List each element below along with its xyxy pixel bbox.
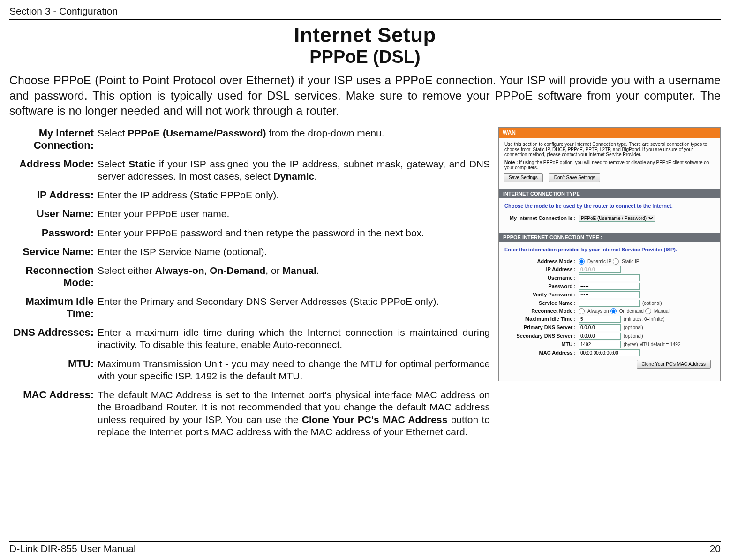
- verify-password-input[interactable]: [579, 291, 640, 298]
- table-row: Reconnection Mode: Select either Always-…: [9, 265, 490, 295]
- text-bold: PPPoE (Username/Password): [128, 128, 266, 138]
- desc-text: Enter the Primary and Secondary DNS Serv…: [98, 295, 490, 326]
- desc-text: Enter your PPPoE password and then retyp…: [98, 227, 490, 246]
- username-input[interactable]: [579, 274, 640, 281]
- form-row: Verify Password :: [504, 291, 715, 298]
- desc-label: User Name:: [9, 208, 98, 227]
- pppoe-desc: Enter the information provided by your I…: [504, 245, 715, 257]
- desc-text: Enter a maximum idle time during which t…: [98, 326, 490, 358]
- mtu-label: MTU :: [504, 341, 579, 347]
- desc-text: Enter your PPPoE user name.: [98, 208, 490, 227]
- section-header: Section 3 - Configuration: [9, 6, 118, 17]
- my-connection-select[interactable]: PPPoE (Username / Password): [579, 215, 655, 222]
- form-row: MTU : (bytes) MTU default = 1492: [504, 341, 715, 348]
- static-ip-option: Static IP: [622, 259, 639, 264]
- mac-address-input[interactable]: [579, 349, 640, 356]
- max-idle-input[interactable]: [579, 316, 621, 323]
- table-row: Maximum Idle Time: Enter the Primary and…: [9, 295, 490, 326]
- optional-label: (optional): [642, 301, 662, 306]
- mtu-input[interactable]: [579, 341, 621, 348]
- desc-text: Select Static if your ISP assigned you t…: [98, 158, 490, 189]
- mac-address-label: MAC Address :: [504, 350, 579, 356]
- note-text: If using the PPPoE option, you will need…: [504, 160, 709, 170]
- form-row: Password :: [504, 283, 715, 290]
- mtu-note: (bytes) MTU default = 1492: [624, 342, 680, 347]
- manual-footer: D-Link DIR-855 User Manual: [9, 543, 136, 554]
- connection-type-bar: INTERNET CONNECTION TYPE: [499, 189, 720, 198]
- page-subtitle: PPPoE (DSL): [9, 47, 721, 67]
- page-title: Internet Setup: [9, 23, 721, 47]
- wan-note: Note : If using the PPPoE option, you wi…: [504, 160, 715, 170]
- service-name-label: Service Name :: [504, 300, 579, 306]
- primary-dns-input[interactable]: [579, 324, 621, 331]
- desc-label: Password:: [9, 227, 98, 246]
- service-name-input[interactable]: [579, 300, 640, 307]
- dynamic-ip-option: Dynamic IP: [587, 259, 611, 264]
- on-demand-radio[interactable]: [610, 308, 617, 314]
- desc-text: Select either Always-on, On-Demand, or M…: [98, 265, 490, 295]
- table-row: MTU: Maximum Transmission Unit - you may…: [9, 358, 490, 389]
- connection-type-desc: Choose the mode to be used by the router…: [504, 201, 715, 213]
- desc-text: Maximum Transmission Unit - you may need…: [98, 358, 490, 389]
- max-idle-label: Maximum Idle Time :: [504, 316, 579, 322]
- secondary-dns-input[interactable]: [579, 333, 621, 340]
- reconnect-mode-label: Reconnect Mode :: [504, 308, 579, 314]
- desc-label: MTU:: [9, 358, 98, 389]
- desc-text: The default MAC Address is set to the In…: [98, 389, 490, 445]
- form-row: Secondary DNS Server : (optional): [504, 333, 715, 340]
- table-row: Address Mode: Select Static if your ISP …: [9, 158, 490, 189]
- idle-note: (minutes, 0=infinite): [624, 317, 665, 322]
- desc-text: Select PPPoE (Username/Password) from th…: [98, 127, 490, 158]
- manual-radio[interactable]: [645, 308, 651, 314]
- page-number: 20: [710, 543, 721, 554]
- static-ip-radio[interactable]: [613, 258, 619, 265]
- dynamic-ip-radio[interactable]: [579, 258, 585, 265]
- desc-label: IP Address:: [9, 189, 98, 208]
- form-row: My Internet Connection is : PPPoE (Usern…: [504, 215, 715, 222]
- address-mode-label: Address Mode :: [504, 258, 579, 264]
- password-label: Password :: [504, 283, 579, 289]
- my-connection-label: My Internet Connection is :: [504, 215, 579, 221]
- desc-text: Enter the ISP Service Name (optional).: [98, 246, 490, 265]
- always-on-option: Always on: [587, 309, 609, 314]
- form-row: Primary DNS Server : (optional): [504, 324, 715, 331]
- desc-label: Address Mode:: [9, 158, 98, 189]
- clone-mac-button[interactable]: Clone Your PC's MAC Address: [637, 360, 711, 369]
- table-row: My Internet Connection: Select PPPoE (Us…: [9, 127, 490, 158]
- ip-address-label: IP Address :: [504, 266, 579, 272]
- table-row: IP Address: Enter the IP address (Static…: [9, 189, 490, 208]
- form-row: MAC Address :: [504, 349, 715, 356]
- note-label: Note :: [504, 160, 518, 165]
- password-input[interactable]: [579, 283, 640, 290]
- ip-address-input[interactable]: [579, 266, 621, 273]
- table-row: MAC Address: The default MAC Address is …: [9, 389, 490, 445]
- username-label: Username :: [504, 275, 579, 280]
- save-settings-button[interactable]: Save Settings: [504, 173, 543, 182]
- form-row: Service Name : (optional): [504, 300, 715, 307]
- intro-paragraph: Choose PPPoE (Point to Point Protocol ov…: [9, 73, 721, 119]
- desc-label: My Internet Connection:: [9, 127, 98, 158]
- optional-label: (optional): [624, 333, 643, 339]
- dont-save-settings-button[interactable]: Don't Save Settings: [549, 173, 601, 182]
- form-row: Address Mode : Dynamic IP Static IP: [504, 258, 715, 265]
- text-span: Select: [98, 128, 128, 138]
- desc-label: Reconnection Mode:: [9, 265, 98, 295]
- desc-label: Service Name:: [9, 246, 98, 265]
- table-row: Password: Enter your PPPoE password and …: [9, 227, 490, 246]
- description-table: My Internet Connection: Select PPPoE (Us…: [9, 127, 490, 445]
- primary-dns-label: Primary DNS Server :: [504, 325, 579, 330]
- form-row: Username :: [504, 274, 715, 281]
- desc-text: Enter the IP address (Static PPPoE only)…: [98, 189, 490, 208]
- always-on-radio[interactable]: [579, 308, 585, 314]
- secondary-dns-label: Secondary DNS Server :: [504, 333, 579, 339]
- form-row: IP Address :: [504, 266, 715, 273]
- verify-password-label: Verify Password :: [504, 292, 579, 297]
- desc-label: DNS Addresses:: [9, 326, 98, 358]
- desc-label: MAC Address:: [9, 389, 98, 445]
- desc-label: Maximum Idle Time:: [9, 295, 98, 326]
- footer-divider: [9, 541, 721, 542]
- pppoe-bar: PPPOE INTERNET CONNECTION TYPE :: [499, 233, 720, 242]
- text-span: from the drop-down menu.: [266, 128, 384, 138]
- table-row: Service Name: Enter the ISP Service Name…: [9, 246, 490, 265]
- wan-header: WAN: [499, 128, 720, 138]
